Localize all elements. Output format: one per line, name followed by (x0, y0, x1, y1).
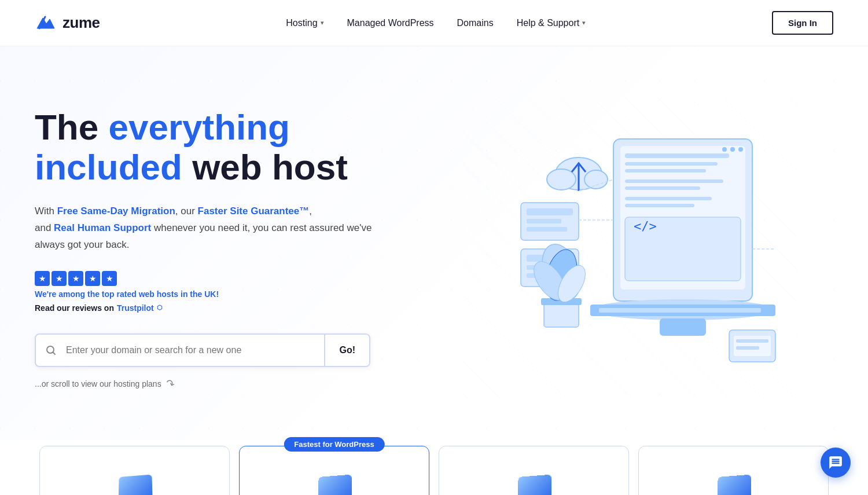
star-3: ★ (68, 271, 83, 286)
trustpilot-link[interactable]: Read our reviews on Trustpilot ⬡ (35, 303, 428, 313)
hero-subtitle: With Free Same-Day Migration, our Faster… (35, 203, 382, 254)
logo-icon (35, 12, 57, 34)
isometric-illustration: </> (463, 98, 799, 399)
card-box-shape (717, 475, 751, 495)
svg-rect-42 (736, 346, 759, 350)
svg-rect-24 (527, 227, 567, 232)
svg-rect-10 (625, 197, 712, 200)
svg-rect-9 (625, 186, 700, 190)
svg-rect-22 (527, 208, 573, 215)
svg-point-16 (738, 147, 743, 152)
card-box-shape (318, 475, 352, 495)
migration-link[interactable]: Free Same-Day Migration (57, 206, 175, 217)
svg-rect-41 (736, 339, 768, 343)
svg-text:</>: </> (634, 219, 657, 233)
guarantee-link[interactable]: Faster Site Guarantee™ (198, 206, 310, 217)
hero-title: The everything included web host (35, 108, 428, 186)
hero-content: The everything included web host With Fr… (35, 108, 428, 390)
scroll-arrow-icon: ↷ (164, 376, 176, 391)
card-icon-3 (453, 464, 615, 495)
hero-illustration: </> (428, 87, 833, 411)
nav-hosting[interactable]: Hosting ▾ (286, 18, 323, 28)
navbar: zume Hosting ▾ Managed WordPress Domains… (0, 0, 868, 46)
nav-links: Hosting ▾ Managed WordPress Domains Help… (286, 18, 586, 28)
chat-icon (828, 455, 843, 470)
svg-rect-23 (527, 219, 561, 223)
star-2: ★ (52, 271, 67, 286)
star-1: ★ (35, 271, 50, 286)
domain-search-input[interactable] (66, 335, 324, 366)
hosting-card-3[interactable] (439, 446, 629, 495)
svg-point-15 (730, 147, 735, 152)
logo[interactable]: zume (35, 12, 100, 34)
domain-search-box: Go! (35, 333, 370, 367)
svg-rect-19 (599, 308, 761, 313)
card-box-shape (517, 475, 551, 495)
svg-rect-8 (625, 179, 723, 183)
cards-row: Fastest for WordPress (0, 446, 868, 495)
hosting-card-4[interactable] (638, 446, 829, 495)
scroll-hint: ...or scroll to view our hosting plans ↷ (35, 377, 428, 390)
hosting-card-2[interactable]: Fastest for WordPress (239, 446, 429, 495)
nav-help-support[interactable]: Help & Support ▾ (517, 18, 586, 28)
support-link[interactable]: Real Human Support (54, 222, 151, 233)
svg-rect-5 (625, 153, 729, 158)
svg-point-14 (722, 147, 727, 152)
card-box-shape (118, 475, 152, 495)
star-5: ★ (102, 271, 117, 286)
logo-text: zume (62, 14, 100, 32)
star-4: ★ (85, 271, 100, 286)
chat-bubble-button[interactable] (821, 448, 851, 478)
svg-rect-7 (625, 169, 706, 173)
star-rating: ★ ★ ★ ★ ★ (35, 271, 117, 286)
svg-point-31 (584, 170, 608, 189)
nav-domains[interactable]: Domains (457, 18, 494, 28)
chevron-down-icon: ▾ (321, 19, 324, 27)
card-icon-4 (653, 464, 814, 495)
external-link-icon: ⬡ (157, 304, 163, 311)
top-rated-text: We're among the top rated web hosts in t… (35, 289, 428, 299)
nav-managed-wordpress[interactable]: Managed WordPress (347, 18, 434, 28)
featured-badge: Fastest for WordPress (284, 437, 384, 452)
sign-in-button[interactable]: Sign In (772, 11, 833, 35)
svg-rect-6 (625, 162, 718, 166)
svg-rect-40 (734, 336, 771, 356)
search-icon (36, 344, 66, 356)
card-icon-2 (253, 464, 415, 495)
hosting-card-1[interactable] (39, 446, 230, 495)
svg-rect-11 (625, 204, 694, 207)
nav-right: Sign In (772, 11, 833, 35)
stars-row: ★ ★ ★ ★ ★ (35, 271, 428, 286)
search-go-button[interactable]: Go! (324, 335, 369, 366)
svg-point-30 (547, 169, 576, 190)
card-icon-1 (54, 464, 215, 495)
hero-section: The everything included web host With Fr… (0, 46, 868, 440)
chevron-down-icon: ▾ (582, 19, 586, 27)
svg-rect-20 (660, 318, 706, 336)
